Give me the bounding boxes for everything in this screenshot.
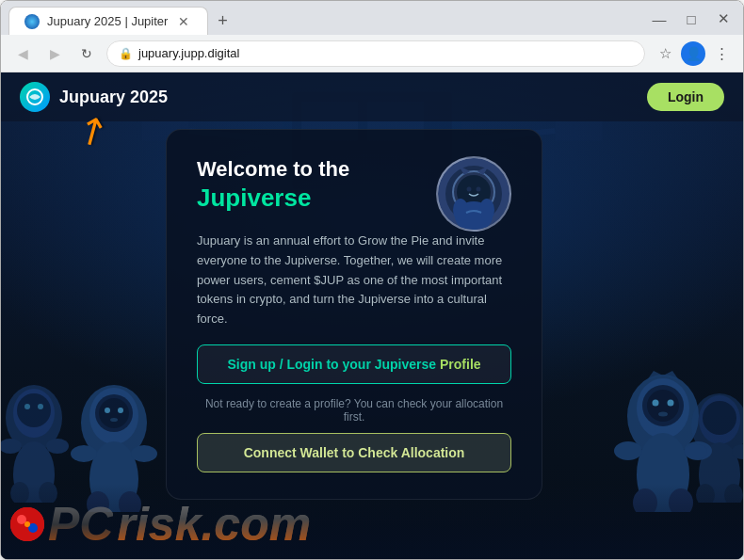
svg-point-33 xyxy=(658,412,668,417)
svg-point-2 xyxy=(17,393,51,427)
window-controls: — □ ✕ xyxy=(647,7,736,35)
svg-point-25 xyxy=(647,390,679,422)
svg-point-20 xyxy=(118,408,123,413)
active-tab: Jupuary 2025 | Jupiter ✕ xyxy=(8,7,208,35)
page-content: Jupuary 2025 Login ↗ Welcome to the Jupi… xyxy=(1,72,743,559)
card-description: Jupuary is an annual effort to Grow the … xyxy=(197,232,511,329)
url-text: jupuary.jupp.digital xyxy=(138,46,633,60)
svg-point-9 xyxy=(38,404,43,409)
watermark-text-risk: risk.com xyxy=(117,497,311,552)
logo-text: Jupuary 2025 xyxy=(59,88,168,107)
login-button[interactable]: Login xyxy=(647,83,724,111)
tab-bar: Jupuary 2025 | Jupiter ✕ + — □ ✕ xyxy=(1,1,743,35)
svg-point-42 xyxy=(685,444,707,459)
bookmark-star-icon[interactable]: ☆ xyxy=(653,41,677,66)
svg-point-63 xyxy=(479,199,494,221)
svg-point-38 xyxy=(703,401,736,435)
svg-point-62 xyxy=(453,199,468,221)
svg-point-17 xyxy=(71,445,97,462)
jupiverse-heading: Jupiverse xyxy=(197,184,421,213)
cat-astronaut-left-far xyxy=(1,371,76,503)
toolbar-right: ☆ 👤 ⋮ xyxy=(653,41,734,66)
logo-icon xyxy=(20,82,50,112)
chrome-profile-icon[interactable]: 👤 xyxy=(681,41,705,66)
address-input[interactable]: 🔒 jupuary.jupp.digital xyxy=(106,40,645,67)
svg-point-32 xyxy=(668,400,674,407)
site-navigation: Jupuary 2025 Login xyxy=(1,72,743,121)
security-lock-icon: 🔒 xyxy=(119,47,133,60)
svg-point-13 xyxy=(99,398,129,428)
tab-close-button[interactable]: ✕ xyxy=(175,13,192,30)
address-bar: ◀ ▶ ↻ 🔒 jupuary.jupp.digital ☆ 👤 ⋮ xyxy=(1,35,743,72)
cat-avatar xyxy=(436,156,511,232)
browser-window: Jupuary 2025 | Jupiter ✕ + — □ ✕ ◀ ▶ ↻ 🔒… xyxy=(0,0,744,560)
main-card: Welcome to the Jupiverse xyxy=(166,129,542,500)
minimize-icon[interactable]: — xyxy=(647,7,671,31)
card-header: Welcome to the Jupiverse xyxy=(197,156,511,232)
svg-point-69 xyxy=(24,521,30,527)
welcome-heading: Welcome to the xyxy=(197,156,421,184)
tab-favicon xyxy=(24,14,40,29)
svg-point-18 xyxy=(131,445,157,462)
signup-login-button[interactable]: Sign up / Login to your Jupiverse Profil… xyxy=(197,344,511,384)
not-ready-text: Not ready to create a profile? You can c… xyxy=(197,397,511,424)
svg-point-31 xyxy=(653,400,659,407)
svg-point-60 xyxy=(477,187,481,192)
card-text-area: Welcome to the Jupiverse xyxy=(197,156,421,222)
connect-wallet-button[interactable]: Connect Wallet to Check Allocation xyxy=(197,433,511,472)
svg-rect-51 xyxy=(556,121,603,141)
watermark-text-pc: PC xyxy=(48,497,113,552)
svg-point-19 xyxy=(105,408,110,413)
forward-button[interactable]: ▶ xyxy=(42,41,67,66)
tab-title: Jupuary 2025 | Jupiter xyxy=(47,14,168,28)
close-window-icon[interactable]: ✕ xyxy=(711,7,736,31)
svg-point-59 xyxy=(467,187,472,192)
signup-btn-prefix: Sign up / Login to your Jupiverse xyxy=(227,357,440,372)
svg-point-21 xyxy=(110,418,118,422)
back-button[interactable]: ◀ xyxy=(10,41,35,66)
new-tab-button[interactable]: + xyxy=(208,7,236,35)
watermark: PC risk.com xyxy=(10,497,311,552)
svg-point-8 xyxy=(24,404,30,409)
reload-button[interactable]: ↻ xyxy=(74,41,99,66)
watermark-icon xyxy=(10,507,44,541)
signup-btn-highlight: Profile xyxy=(440,357,481,372)
more-options-icon[interactable]: ⋮ xyxy=(709,41,734,66)
maximize-icon[interactable]: □ xyxy=(679,7,704,31)
svg-point-29 xyxy=(614,441,642,460)
svg-point-7 xyxy=(46,439,69,454)
cat-avatar-image xyxy=(438,158,509,230)
